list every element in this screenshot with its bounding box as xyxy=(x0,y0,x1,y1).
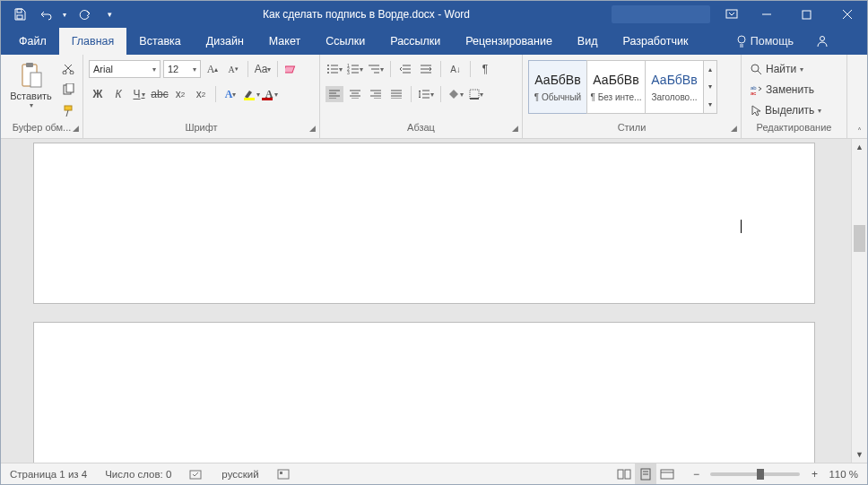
close-button[interactable] xyxy=(827,1,867,28)
clipboard-dialog-launcher[interactable]: ◢ xyxy=(73,124,79,133)
tab-review[interactable]: Рецензирование xyxy=(453,28,565,55)
view-read-mode[interactable] xyxy=(613,463,635,485)
tab-design[interactable]: Дизайн xyxy=(194,28,256,55)
tell-me[interactable]: Помощь xyxy=(725,28,804,55)
format-painter-button[interactable] xyxy=(59,103,77,119)
ribbon-display-options[interactable] xyxy=(717,1,746,28)
tab-file[interactable]: Файл xyxy=(6,28,59,55)
undo-button[interactable] xyxy=(33,3,56,26)
redo-button[interactable] xyxy=(73,3,96,26)
tab-mailings[interactable]: Рассылки xyxy=(378,28,453,55)
view-print-layout[interactable] xyxy=(635,463,656,485)
group-paragraph: ▾ 123▾ ▾ A↓ ¶ ▾ ▾ ▾ xyxy=(320,55,523,138)
zoom-slider-thumb[interactable] xyxy=(757,469,764,480)
align-center-button[interactable] xyxy=(346,86,364,102)
bold-button[interactable]: Ж xyxy=(89,86,107,102)
comments-button[interactable] xyxy=(840,28,867,55)
status-proofing[interactable] xyxy=(180,463,213,484)
grow-font-button[interactable]: A▴ xyxy=(204,61,221,77)
collapse-ribbon-button[interactable]: ˄ xyxy=(857,126,862,136)
vertical-scrollbar[interactable]: ▲ ▼ xyxy=(851,139,867,463)
align-left-button[interactable] xyxy=(326,86,343,102)
underline-button[interactable]: Ч▾ xyxy=(130,86,148,102)
change-case-button[interactable]: Aa▾ xyxy=(254,61,272,77)
group-editing: Найти▾ abac Заменить Выделить▾ Редактиро… xyxy=(742,55,847,138)
scroll-thumb[interactable] xyxy=(854,225,865,252)
bullets-button[interactable]: ▾ xyxy=(326,61,343,77)
svg-point-65 xyxy=(751,65,759,72)
subscript-button[interactable]: x2 xyxy=(171,86,189,102)
text-effects-button[interactable]: A▾ xyxy=(221,86,239,102)
copy-button[interactable] xyxy=(59,82,77,98)
font-size-combo[interactable]: 12▾ xyxy=(163,60,201,78)
zoom-out-button[interactable]: − xyxy=(687,466,705,482)
highlight-button[interactable]: ▾ xyxy=(242,86,260,102)
zoom-in-button[interactable]: + xyxy=(805,466,823,482)
tell-me-label: Помощь xyxy=(751,35,794,48)
numbering-button[interactable]: 123▾ xyxy=(346,61,364,77)
maximize-button[interactable] xyxy=(786,1,827,28)
scroll-down-button[interactable]: ▼ xyxy=(852,446,867,463)
share-button[interactable] xyxy=(804,28,840,55)
svg-point-7 xyxy=(738,36,745,43)
status-word-count[interactable]: Число слов: 0 xyxy=(96,463,180,484)
zoom-level[interactable]: 110 % xyxy=(829,469,858,480)
shading-button[interactable]: ▾ xyxy=(447,86,464,102)
line-spacing-button[interactable]: ▾ xyxy=(417,86,435,102)
align-right-button[interactable] xyxy=(367,86,385,102)
sort-button[interactable]: A↓ xyxy=(447,61,464,77)
save-button[interactable] xyxy=(8,3,31,26)
borders-button[interactable]: ▾ xyxy=(467,86,485,102)
page-2[interactable] xyxy=(33,322,815,463)
text-cursor xyxy=(741,220,742,233)
view-web-layout[interactable] xyxy=(656,463,678,485)
tab-view[interactable]: Вид xyxy=(565,28,611,55)
increase-indent-button[interactable] xyxy=(417,61,435,77)
style-no-spacing[interactable]: АаБбВв ¶ Без инте... xyxy=(586,60,646,114)
show-marks-button[interactable]: ¶ xyxy=(476,61,494,77)
font-name-combo[interactable]: Arial▾ xyxy=(89,60,161,78)
tab-developer[interactable]: Разработчик xyxy=(610,28,700,55)
select-button[interactable]: Выделить▾ xyxy=(747,101,825,119)
scroll-track[interactable] xyxy=(852,155,867,446)
styles-more[interactable]: ▴▾▾ xyxy=(703,60,717,114)
superscript-button[interactable]: x2 xyxy=(192,86,210,102)
style-normal[interactable]: АаБбВв ¶ Обычный xyxy=(528,60,587,114)
paste-button[interactable]: Вставить ▾ xyxy=(6,58,56,119)
decrease-indent-button[interactable] xyxy=(396,61,414,77)
tab-references[interactable]: Ссылки xyxy=(313,28,378,55)
status-macro[interactable] xyxy=(268,463,299,484)
undo-dropdown[interactable]: ▾ xyxy=(58,3,71,26)
document-scroll[interactable] xyxy=(1,139,851,463)
justify-button[interactable] xyxy=(387,86,405,102)
zoom-slider[interactable] xyxy=(710,472,800,476)
window-controls xyxy=(612,1,867,28)
qat-customize[interactable]: ▾ xyxy=(98,3,121,26)
strikethrough-button[interactable]: abc xyxy=(151,86,169,102)
font-color-button[interactable]: A▾ xyxy=(263,86,281,102)
replace-button[interactable]: abac Заменить xyxy=(747,81,818,99)
cut-button[interactable] xyxy=(59,60,77,76)
scroll-up-button[interactable]: ▲ xyxy=(852,139,867,155)
paragraph-dialog-launcher[interactable]: ◢ xyxy=(512,124,518,133)
status-language[interactable]: русский xyxy=(213,463,267,484)
shrink-font-button[interactable]: A▾ xyxy=(224,61,242,77)
tab-home[interactable]: Главная xyxy=(59,28,127,55)
account-area[interactable] xyxy=(612,5,710,23)
document-area: ▲ ▼ xyxy=(1,139,867,463)
ribbon: Вставить ▾ Буфер обм...◢ Arial▾ 12▾ A▴ A… xyxy=(1,55,867,139)
italic-button[interactable]: К xyxy=(109,86,127,102)
find-button[interactable]: Найти▾ xyxy=(747,60,807,78)
tab-layout[interactable]: Макет xyxy=(256,28,313,55)
minimize-button[interactable] xyxy=(746,1,786,28)
title-bar: ▾ ▾ Как сделать подпись в Ворде.docx - W… xyxy=(1,1,867,28)
multilevel-list-button[interactable]: ▾ xyxy=(367,61,385,77)
style-heading1[interactable]: АаБбВв Заголово... xyxy=(645,60,704,114)
clear-formatting-button[interactable] xyxy=(283,61,301,77)
status-page[interactable]: Страница 1 из 4 xyxy=(1,463,96,484)
font-dialog-launcher[interactable]: ◢ xyxy=(309,124,316,133)
page-1[interactable] xyxy=(33,143,815,304)
quick-access-toolbar: ▾ ▾ xyxy=(1,3,121,26)
tab-insert[interactable]: Вставка xyxy=(126,28,193,55)
styles-dialog-launcher[interactable]: ◢ xyxy=(731,124,737,133)
